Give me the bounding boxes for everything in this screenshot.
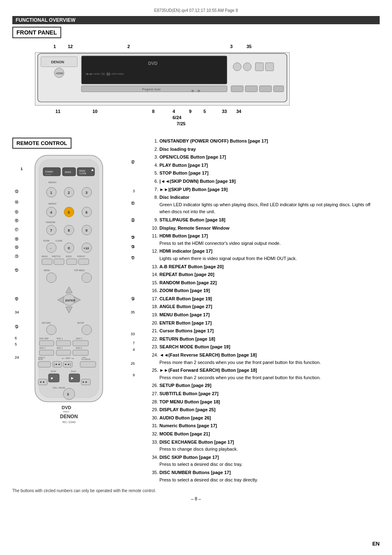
label-12: 12: [68, 44, 73, 49]
footer-note: The buttons with circled numbers can onl…: [12, 488, 380, 493]
svg-rect-92: [56, 350, 71, 355]
svg-text:+10: +10: [83, 246, 89, 250]
svg-text:Progress Scan: Progress Scan: [142, 88, 161, 91]
remote-section: REMOTE CONTROL POWER ON OFF MODE OPEN/: [12, 138, 380, 484]
svg-text:MENU: MENU: [44, 269, 50, 272]
desc-11: HDMI Button [page 17] Press to set the H…: [159, 233, 380, 247]
annot-24: 24: [15, 355, 19, 359]
svg-text:▶: ▶: [71, 376, 74, 380]
svg-text:SETUP: SETUP: [77, 322, 84, 324]
label-9b: 9: [189, 109, 191, 114]
svg-rect-8: [255, 63, 263, 71]
annot-31: ㉛: [131, 201, 135, 205]
svg-text:DISPLAY: DISPLAY: [77, 256, 85, 258]
annot-13: ⑬: [15, 189, 18, 194]
svg-point-80: [46, 325, 56, 335]
label-35: 35: [247, 44, 251, 49]
annot-20: ⑳: [15, 254, 18, 259]
svg-text:RC-1040: RC-1040: [62, 420, 76, 424]
desc-28: TOP MENU Button [page 18]: [159, 398, 380, 406]
svg-rect-3: [81, 56, 227, 84]
annot-21: ㉑: [15, 268, 18, 272]
desc-4: PLAY Button [page 17]: [159, 162, 380, 169]
svg-text:MODE: MODE: [65, 171, 71, 173]
annot-17: ⑰: [15, 227, 18, 233]
remote-diagram: POWER ON OFF MODE OPEN/ CLOSE REPEAT 1: [12, 151, 136, 431]
annot-3: 3: [133, 189, 135, 193]
desc-5: STOP Button [page 17]: [159, 170, 380, 177]
svg-text:2: 2: [68, 191, 70, 195]
svg-text:STILL / PAUSE: STILL / PAUSE: [53, 387, 65, 389]
annot-27: ㉗: [131, 256, 135, 260]
annot-14: ⑭: [15, 200, 18, 205]
desc-7: ►►|(SKIP UP) Button [page 19]: [159, 186, 380, 193]
annot-28: ㉘: [131, 245, 135, 249]
label-34b: 34: [236, 109, 241, 114]
svg-text:⏸: ⏸: [66, 392, 70, 396]
svg-text:CLOSE: CLOSE: [79, 172, 87, 175]
label-10b: 10: [92, 109, 97, 114]
svg-text:HDMI: HDMI: [56, 72, 63, 75]
svg-text:↔: ↔: [49, 247, 52, 250]
svg-rect-109: [69, 374, 80, 382]
annot-9: 9: [133, 373, 135, 377]
annot-23: ㉓: [15, 325, 18, 329]
desc-8: Disc Indicator Green LED indicator light…: [159, 194, 380, 216]
en-label: EN: [372, 541, 380, 547]
annot-34: 34: [15, 310, 19, 314]
desc-3: OPEN/CLOSE Button [page 17]: [159, 154, 380, 161]
svg-rect-66: [67, 259, 77, 265]
svg-text:RANDOM: RANDOM: [46, 221, 55, 223]
annot-1: 1: [21, 167, 23, 171]
desc-33: DISC EXCHANGE Button [page 17] Press to …: [159, 439, 380, 453]
svg-rect-14: [231, 86, 243, 92]
annot-29: ㉙: [131, 235, 135, 240]
svg-text:DVD: DVD: [62, 405, 71, 410]
annot-32: ㉜: [131, 160, 135, 164]
annot-33: 33: [131, 332, 135, 336]
svg-text:CLEAR: CLEAR: [55, 240, 62, 242]
desc-2: Disc loading tray: [159, 146, 380, 153]
svg-text:9: 9: [85, 228, 88, 233]
svg-text:4: 4: [50, 210, 52, 214]
svg-rect-99: [38, 362, 51, 367]
svg-text:VIDEO: VIDEO: [63, 410, 69, 413]
svg-text:0: 0: [68, 246, 70, 250]
svg-point-6: [233, 63, 241, 71]
svg-text:◄— SKIP —►: ◄— SKIP —►: [62, 357, 74, 359]
annot-18: ⑱: [15, 237, 18, 242]
svg-text:REPEAT: REPEAT: [48, 203, 57, 205]
svg-text:TOP MENU: TOP MENU: [74, 269, 85, 272]
desc-34: DISC SKIP Button [page 17] Press to sele…: [159, 454, 380, 468]
front-panel-box: FRONT PANEL: [12, 27, 61, 38]
annot-25: 25: [131, 362, 135, 366]
svg-rect-16: [259, 86, 272, 92]
desc-9: STILL/PAUSE Button [page 18]: [159, 216, 380, 224]
annot-30: ㉚: [131, 218, 135, 222]
svg-text:DISC 4: DISC 4: [57, 347, 63, 349]
remote-descriptions: ON/STANDBY (POWER ON/OFF) Buttons [page …: [152, 138, 380, 484]
svg-rect-87: [73, 341, 88, 346]
desc-31: Numeric Buttons [page 17]: [159, 422, 380, 430]
svg-text:6: 6: [85, 210, 88, 214]
desc-14: REPEAT Button [page 20]: [159, 271, 380, 279]
annot-7: 7: [133, 341, 135, 345]
svg-text:■: ■: [51, 376, 53, 380]
svg-text:STOP: STOP: [51, 370, 56, 373]
svg-text:EXCHANGE: EXCHANGE: [81, 358, 91, 360]
svg-text:DVD: DVD: [148, 61, 158, 66]
label-4b: 4: [173, 109, 175, 114]
svg-text:3: 3: [85, 191, 88, 195]
svg-text:►►|: ►►|: [65, 363, 71, 366]
svg-text:PLAY: PLAY: [71, 370, 76, 373]
svg-text:ON  OFF: ON OFF: [45, 173, 52, 175]
svg-text:POWER: POWER: [45, 170, 53, 173]
svg-rect-65: [54, 259, 64, 265]
annot-6: 6: [15, 336, 17, 340]
svg-text:DENON: DENON: [51, 60, 64, 64]
annot-16: ⑯: [15, 218, 18, 223]
svg-point-7: [243, 63, 251, 71]
remote-left-panel: REMOTE CONTROL POWER ON OFF MODE OPEN/: [12, 138, 144, 431]
svg-rect-85: [39, 341, 54, 346]
label-1: 1: [53, 44, 56, 49]
